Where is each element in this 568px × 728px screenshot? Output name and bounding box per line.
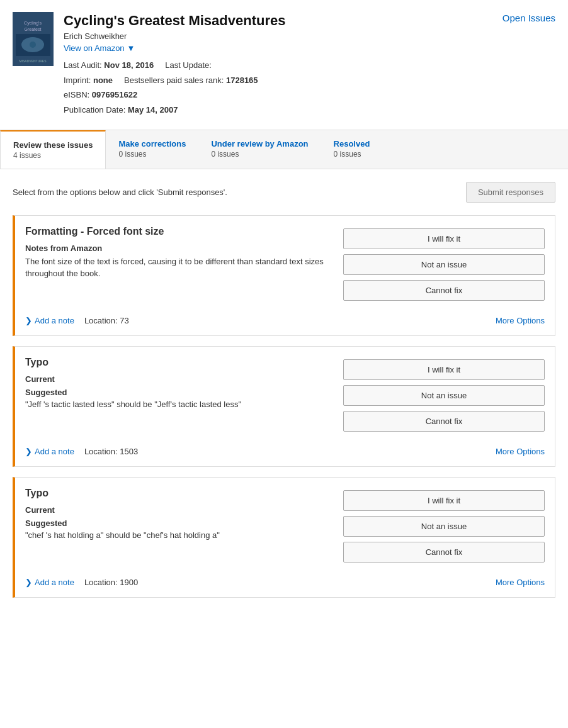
tab-under-review-count: 0 issues (211, 150, 308, 159)
issue-card-2: Typo Current Suggested "chef 's hat hold… (13, 477, 555, 598)
issue-2-more-options[interactable]: More Options (496, 578, 545, 587)
last-update-label: Last Update: (165, 60, 212, 70)
tab-review-count: 4 issues (13, 151, 93, 160)
issue-1-location: Location: 1503 (84, 447, 138, 456)
issue-card-2-footer: ❯ Add a note Location: 1900 More Options (25, 571, 545, 587)
issue-1-add-note[interactable]: ❯ Add a note (25, 447, 74, 456)
issue-1-cannot-fix-btn[interactable]: Cannot fix (343, 411, 545, 432)
tab-review-label: Review these issues (13, 140, 93, 150)
content-area: Select from the options below and click … (0, 169, 568, 620)
issue-card-0-footer-left: ❯ Add a note Location: 73 (25, 316, 129, 325)
issue-2-not-issue-btn[interactable]: Not an issue (343, 516, 545, 537)
tabs-section: Review these issues 4 issues Make correc… (0, 130, 568, 169)
issue-0-will-fix-btn[interactable]: I will fix it (343, 228, 545, 249)
issue-card-0: Formatting - Forced font size Notes from… (13, 215, 555, 336)
issue-card-0-left: Formatting - Forced font size Notes from… (25, 226, 331, 301)
issue-card-1-footer-left: ❯ Add a note Location: 1503 (25, 447, 138, 456)
issue-card-1-suggested-label: Suggested (25, 388, 331, 397)
issue-1-not-issue-btn[interactable]: Not an issue (343, 385, 545, 406)
tab-under-review[interactable]: Under review by Amazon 0 issues (198, 130, 321, 169)
content-header: Select from the options below and click … (13, 182, 555, 203)
svg-text:Greatest: Greatest (25, 27, 42, 31)
issue-card-0-footer: ❯ Add a note Location: 73 More Options (25, 310, 545, 325)
tab-resolved[interactable]: Resolved 0 issues (321, 130, 383, 169)
issue-2-cannot-fix-btn[interactable]: Cannot fix (343, 542, 545, 563)
book-title: Cycling's Greatest Misadventures (64, 13, 555, 29)
issue-card-2-suggested-label: Suggested (25, 518, 331, 528)
issue-card-1-footer: ❯ Add a note Location: 1503 More Options (25, 440, 545, 456)
imprint-label: Imprint: (64, 76, 91, 85)
tab-resolved-label: Resolved (334, 139, 370, 148)
issue-card-2-title: Typo (25, 488, 331, 499)
tab-under-review-label: Under review by Amazon (211, 139, 308, 148)
issue-card-1-left: Typo Current Suggested "Jeff 's tactic l… (25, 357, 331, 432)
issue-0-not-issue-btn[interactable]: Not an issue (343, 254, 545, 275)
issue-1-more-options[interactable]: More Options (496, 447, 545, 456)
issue-card-2-right: I will fix it Not an issue Cannot fix (343, 488, 545, 563)
issue-card-0-title: Formatting - Forced font size (25, 226, 331, 237)
issue-card-0-notes-text: The font size of the text is forced, cau… (25, 255, 331, 280)
issue-0-location: Location: 73 (84, 316, 129, 325)
book-cover-image: Cycling's Greatest MISADVENTURES (10, 9, 56, 69)
book-info: Cycling's Greatest Misadventures Erich S… (64, 13, 555, 117)
chevron-right-icon-2: ❯ (25, 578, 32, 587)
issue-2-add-note[interactable]: ❯ Add a note (25, 578, 74, 587)
book-header: Cycling's Greatest MISADVENTURES Cycling… (0, 0, 568, 130)
tab-corrections[interactable]: Make corrections 0 issues (106, 130, 198, 169)
tab-review[interactable]: Review these issues 4 issues (0, 130, 106, 169)
bestsellers-value: 1728165 (226, 76, 258, 85)
issue-card-1-inner: Typo Current Suggested "Jeff 's tactic l… (25, 357, 545, 432)
bestsellers-label: Bestsellers paid sales rank: (124, 76, 224, 85)
tab-corrections-label: Make corrections (118, 139, 186, 148)
book-meta: Last Audit: Nov 18, 2016 Last Update: Im… (64, 58, 555, 117)
issue-card-2-inner: Typo Current Suggested "chef 's hat hold… (25, 488, 545, 563)
book-cover: Cycling's Greatest MISADVENTURES (13, 13, 54, 66)
issue-card-1-suggested-text: "Jeff 's tactic lasted less" should be "… (25, 398, 331, 411)
issue-card-1: Typo Current Suggested "Jeff 's tactic l… (13, 346, 555, 467)
issue-1-will-fix-btn[interactable]: I will fix it (343, 359, 545, 380)
submit-responses-button[interactable]: Submit responses (466, 182, 555, 203)
svg-text:MISADVENTURES: MISADVENTURES (19, 59, 47, 63)
issue-0-add-note[interactable]: ❯ Add a note (25, 316, 74, 325)
chevron-right-icon-1: ❯ (25, 447, 32, 456)
tab-resolved-count: 0 issues (334, 150, 370, 159)
issue-card-0-inner: Formatting - Forced font size Notes from… (25, 226, 545, 301)
last-audit-label: Last Audit: (64, 60, 102, 70)
tabs-inner: Review these issues 4 issues Make correc… (0, 130, 568, 169)
open-issues-link[interactable]: Open Issues (503, 13, 555, 23)
tab-corrections-count: 0 issues (118, 150, 186, 159)
issue-card-1-title: Typo (25, 357, 331, 368)
issue-card-2-left: Typo Current Suggested "chef 's hat hold… (25, 488, 331, 563)
svg-point-5 (30, 42, 36, 48)
issue-2-location: Location: 1900 (84, 578, 138, 587)
pub-date-label: Publication Date: (64, 105, 125, 115)
issue-0-cannot-fix-btn[interactable]: Cannot fix (343, 280, 545, 301)
issue-card-2-footer-left: ❯ Add a note Location: 1900 (25, 578, 138, 587)
amazon-link[interactable]: View on Amazon ▼ (64, 43, 555, 53)
issue-card-1-right: I will fix it Not an issue Cannot fix (343, 357, 545, 432)
issue-card-0-right: I will fix it Not an issue Cannot fix (343, 226, 545, 301)
svg-text:Cycling's: Cycling's (24, 21, 42, 26)
content-instruction: Select from the options below and click … (13, 188, 227, 197)
issue-card-1-current-label: Current (25, 374, 331, 384)
issue-0-more-options[interactable]: More Options (496, 316, 545, 325)
book-author: Erich Schweikher (64, 31, 555, 41)
issue-card-2-suggested-text: "chef 's hat holding a" should be "chef'… (25, 529, 331, 542)
issue-card-2-current-label: Current (25, 505, 331, 515)
chevron-right-icon-0: ❯ (25, 316, 32, 325)
issue-2-will-fix-btn[interactable]: I will fix it (343, 490, 545, 511)
eisbn-value: 0976951622 (92, 90, 137, 99)
issue-card-0-notes-title: Notes from Amazon (25, 244, 331, 253)
eisbn-label: eISBN: (64, 90, 89, 99)
pub-date-value: May 14, 2007 (128, 105, 178, 115)
imprint-value: none (93, 76, 113, 85)
chevron-down-icon: ▼ (127, 43, 135, 53)
last-audit-value: Nov 18, 2016 (104, 60, 154, 70)
